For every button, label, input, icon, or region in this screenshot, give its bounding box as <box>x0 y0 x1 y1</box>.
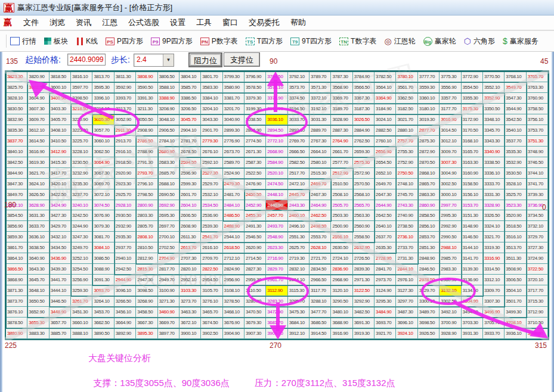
grid-cell: 3499.30 <box>505 307 526 318</box>
grid-cell: 3496.90 <box>483 307 505 318</box>
toolbar-button-P数字表[interactable]: PNP数字表 <box>200 36 238 46</box>
kline-icon <box>76 38 83 45</box>
grid-cell: 3753.70 <box>527 125 548 136</box>
toolbar-button-T数字表[interactable]: TNT数字表 <box>339 36 376 46</box>
grid-cell: 3868.90 <box>6 275 27 285</box>
parameter-bar: 135 起始价格: 步长: 2.4 ▼ 阻力位 支撑位 90 45 <box>0 52 554 69</box>
chevron-down-icon[interactable]: ▼ <box>163 54 174 66</box>
grid-cell: 2774.50 <box>244 136 266 147</box>
grid-cell: 3463.30 <box>179 307 201 318</box>
grid-cell: 2846.50 <box>418 264 440 275</box>
p9-square-icon: P9 <box>151 38 160 45</box>
grid-cell: 3710.50 <box>527 318 548 328</box>
grid-cell: 3016.90 <box>440 114 461 125</box>
grid-cell: 2956.90 <box>223 275 244 285</box>
grid-cell: 3451.30 <box>71 307 92 318</box>
grid-cell: 3936.10 <box>505 328 526 339</box>
grid-cell: 2484.10 <box>223 200 244 211</box>
grid-cell: 3290.50 <box>331 296 352 307</box>
grid-cell: 3002.50 <box>440 179 461 189</box>
menu-item-3[interactable]: 江恩 <box>102 17 117 28</box>
grid-cell: 3556.90 <box>440 82 461 93</box>
grid-cell: 3856.90 <box>6 221 27 232</box>
menu-item-9[interactable]: 帮助 <box>290 17 306 28</box>
grid-cell: 2836.90 <box>331 264 352 275</box>
toolbar-button-K线[interactable]: K线 <box>76 36 98 46</box>
toolbar-button-六角形[interactable]: ⬡六角形 <box>464 36 495 46</box>
grid-cell: 3588.10 <box>158 82 179 93</box>
menu-item-4[interactable]: 公式选股 <box>128 17 159 28</box>
grid-cell: 3324.10 <box>483 221 505 232</box>
grid-cell: 2457.70 <box>266 210 287 221</box>
title-bar: 赢 赢家江恩专业版[赢家服务平台] - [价格正方形] <box>0 0 554 15</box>
degree-label-270: 270 <box>270 341 281 350</box>
grid-cell: 2728.90 <box>375 253 396 264</box>
grid-cell: 3700.90 <box>440 318 461 328</box>
grid-cell: 2700.10 <box>158 232 179 242</box>
grid-cell: 3883.30 <box>27 328 49 339</box>
grid-cell: 3801.70 <box>201 71 222 82</box>
toolbar-label: 江恩轮 <box>394 36 416 46</box>
grid-cell: 3160.90 <box>462 168 483 179</box>
grid-cell: 3928.90 <box>440 328 461 339</box>
step-combobox[interactable]: 2.4 ▼ <box>134 54 174 67</box>
start-price-input[interactable] <box>67 54 106 66</box>
toolbar-button-P四方形[interactable]: PSP四方形 <box>106 36 143 46</box>
grid-cell: 3177.70 <box>440 104 461 114</box>
grid-cell: 2752.90 <box>396 157 417 168</box>
grid-cell: 3165.70 <box>462 147 483 157</box>
grid-highlight-cell: 3036.10 <box>266 114 287 125</box>
grid-cell: 2594.50 <box>179 157 201 168</box>
grid-cell: 3060.10 <box>92 136 114 147</box>
grid-cell: 3127.30 <box>396 285 417 296</box>
menu-item-8[interactable]: 交易委托 <box>249 17 280 28</box>
grid-cell: 3271.30 <box>158 296 179 307</box>
grid-cell: 2772.10 <box>266 136 287 147</box>
grid-cell: 3657.70 <box>49 318 71 328</box>
grid-cell: 3424.90 <box>49 200 71 211</box>
toolbar-button-江恩轮[interactable]: ◎江恩轮 <box>384 36 415 46</box>
grid-cell: 2733.70 <box>396 242 417 253</box>
grid-cell: 3369.70 <box>331 93 352 104</box>
grid-cell: 3031.30 <box>310 114 331 125</box>
toolbar-button-赢家服务[interactable]: $赢家服务 <box>503 36 538 46</box>
grid-cell: 3842.50 <box>6 157 27 168</box>
grid-cell: 2980.90 <box>440 275 461 285</box>
grid-cell: 3148.90 <box>462 221 483 232</box>
grid-cell: 2690.50 <box>158 189 179 200</box>
grid-cell: 3931.30 <box>462 328 483 339</box>
grid-cell: 3667.30 <box>136 318 157 328</box>
grid-cell: 3352.90 <box>483 93 505 104</box>
grid-cell: 2954.50 <box>201 275 222 285</box>
grid-cell: 2968.90 <box>331 275 352 285</box>
grid-cell: 3768.10 <box>505 71 526 82</box>
menu-item-1[interactable]: 浏览 <box>49 17 65 28</box>
grid-cell: 2860.90 <box>418 200 440 211</box>
grid-cell: 3645.70 <box>27 275 49 285</box>
grid-cell: 3662.50 <box>92 318 114 328</box>
grid-cell: 3871.30 <box>6 285 27 296</box>
grid-cell: 3038.50 <box>244 114 266 125</box>
resistance-button[interactable]: 阻力位 <box>188 52 222 67</box>
grid-cell: 3799.30 <box>223 71 244 82</box>
toolbar-button-赢家轮[interactable]: Big赢家轮 <box>423 36 456 46</box>
menu-item-7[interactable]: 窗口 <box>222 17 238 28</box>
grid-cell: 2611.30 <box>179 232 201 242</box>
grid-cell: 3571.30 <box>310 82 331 93</box>
grid-cell: 3631.30 <box>27 210 49 221</box>
degree-label-225: 225 <box>5 341 17 350</box>
toolbar-button-9T四方形[interactable]: T99T四方形 <box>290 36 332 46</box>
menu-item-2[interactable]: 资讯 <box>76 17 91 28</box>
toolbar-button-板块[interactable]: 板块 <box>44 36 68 46</box>
menu-item-5[interactable]: 设置 <box>170 17 185 28</box>
menu-item-0[interactable]: 文件 <box>23 17 39 28</box>
grid-cell: 2524.90 <box>223 168 244 179</box>
menu-item-6[interactable]: 工具 <box>196 17 212 28</box>
grid-cell: 3597.70 <box>71 82 92 93</box>
toolbar-button-行情[interactable]: 行情 <box>10 36 36 46</box>
support-button[interactable]: 支撑位 <box>224 52 260 67</box>
toolbar-button-T四方形[interactable]: TST四方形 <box>246 36 283 46</box>
grid-cell: 2652.10 <box>375 168 396 179</box>
grid-cell: 3247.30 <box>71 232 92 242</box>
toolbar-button-9P四方形[interactable]: P99P四方形 <box>151 36 193 46</box>
